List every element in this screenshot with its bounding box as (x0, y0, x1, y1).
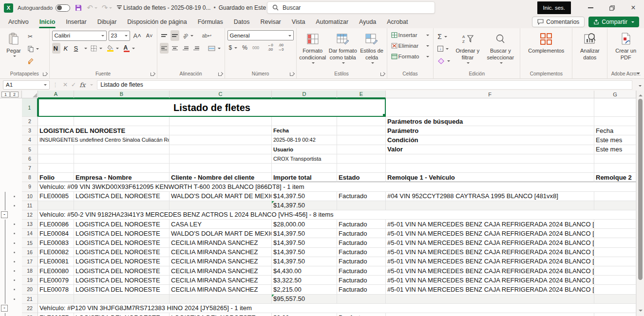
cell[interactable]: Facturado (337, 285, 386, 294)
cancel-icon[interactable]: ✕ (63, 81, 68, 88)
clear-button[interactable] (436, 56, 452, 66)
cell[interactable]: $14,397.50 (272, 201, 337, 210)
row-header-7[interactable]: 7 (22, 164, 38, 173)
tab-disposicion-de-pagina[interactable]: Disposición de página (122, 16, 192, 28)
cell[interactable]: Estado (337, 173, 386, 182)
cell[interactable]: FLE00077 (38, 313, 74, 316)
cell[interactable] (594, 229, 636, 238)
cell[interactable] (74, 201, 170, 210)
cell[interactable]: FLE00083 (38, 238, 74, 247)
autosum-button[interactable]: Σ (436, 31, 452, 42)
dialog-launcher-icon[interactable] (290, 72, 294, 76)
cell[interactable] (386, 313, 594, 316)
font-color-button[interactable]: A (122, 43, 136, 54)
cell[interactable]: Facturado (337, 220, 386, 229)
sort-filter-button[interactable]: AZ Ordenar y filtrar (454, 30, 482, 64)
cell[interactable] (38, 117, 74, 126)
cell[interactable]: Facturado (337, 248, 386, 257)
cell[interactable]: CASA LEY (170, 220, 272, 229)
cell[interactable]: Folio (38, 173, 74, 182)
cell[interactable] (594, 257, 636, 266)
format-painter-button[interactable] (26, 56, 40, 66)
cell[interactable] (337, 154, 386, 164)
cell[interactable]: FLE00079 (38, 276, 74, 285)
increase-decimal-button[interactable]: ←0.00 (266, 42, 275, 53)
cell[interactable]: CECILIA MIRANDA SANCHEZ (170, 257, 272, 266)
cell[interactable]: FLE00086 (38, 220, 74, 229)
vehicle-group-row[interactable]: Vehículo: #50-2 VIN 9182HA23i41Y3 MERCED… (38, 210, 636, 220)
cell-styles-button[interactable]: Estilos de celda (360, 30, 384, 64)
row-header-3[interactable]: 3 (22, 126, 38, 135)
cell[interactable]: Fecha (594, 126, 636, 135)
cell[interactable] (386, 154, 594, 164)
cell[interactable]: LOGISTICA DEL NOROESTE (74, 238, 170, 247)
formula-input[interactable]: Listado de fletes (97, 80, 632, 90)
percent-button[interactable]: % (241, 42, 249, 53)
row-header-21[interactable]: 21 (22, 295, 38, 304)
format-cells-button[interactable]: Formato (390, 52, 431, 61)
cell[interactable]: LOGISTICA DEL NOROESTE (74, 266, 170, 276)
cell[interactable]: WALDO'S DOLAR MART DE MEXICO (170, 229, 272, 238)
cell[interactable]: LOGISTICA DEL NOROESTE (74, 248, 170, 257)
tab-dibujar[interactable]: Dibujar (92, 16, 122, 28)
autosave-control[interactable]: Autoguardado (18, 4, 70, 12)
cell[interactable]: $14,397.50 (272, 238, 337, 247)
row-header-8[interactable]: 8 (22, 173, 38, 182)
cell[interactable]: #5-01 VIN NA MERCEDES BENZ CAJA REFRIGER… (386, 248, 594, 257)
cell[interactable] (594, 98, 636, 117)
orientation-button[interactable]: ab (181, 30, 195, 41)
cell[interactable]: #5-01 VIN NA MERCEDES BENZ CAJA REFRIGER… (386, 257, 594, 266)
cell[interactable]: 2025-08-19 00:42 (272, 135, 337, 145)
row-header-22[interactable]: 22 (22, 304, 38, 313)
document-title[interactable]: Listado de fletes - 2025-08-19 0... • Gu… (123, 0, 283, 16)
redo-button[interactable]: ↷ (102, 3, 113, 12)
autosave-toggle[interactable] (56, 4, 70, 12)
cell[interactable]: LOGISTICA DEL NOROESTE (74, 229, 170, 238)
align-top-button[interactable] (160, 30, 169, 41)
cell[interactable] (337, 117, 386, 126)
cell[interactable]: Facturado (337, 238, 386, 247)
cell[interactable]: Usuario (272, 145, 337, 154)
create-pdf-button[interactable]: Crear un PDF (612, 30, 640, 61)
cell[interactable]: Condición (386, 135, 594, 145)
cell[interactable]: $4,430.00 (272, 266, 337, 276)
dialog-launcher-icon[interactable] (380, 72, 385, 76)
cell[interactable]: #5-01 VIN NA MERCEDES BENZ CAJA REFRIGER… (386, 238, 594, 247)
tab-datos[interactable]: Datos (228, 16, 255, 28)
find-select-button[interactable]: Buscar y seleccionar (483, 30, 517, 64)
cell[interactable] (272, 117, 337, 126)
cell[interactable]: Parámetros de búsqueda (386, 117, 594, 126)
cell[interactable]: #5-01 VIN NA MERCEDES BENZ CAJA REFRIGER… (386, 276, 594, 285)
cell[interactable] (337, 145, 386, 154)
cell[interactable] (74, 145, 170, 154)
cell[interactable]: $14,397.50 (272, 229, 337, 238)
cell[interactable] (337, 126, 386, 135)
addins-button[interactable]: Complementos (523, 30, 569, 55)
name-box[interactable]: A1 (3, 80, 50, 90)
cell[interactable] (594, 248, 636, 257)
cell[interactable]: INSURGENTES undefined Centro Sinaloa Cul… (38, 135, 170, 145)
cell[interactable] (170, 145, 272, 154)
tab-archivo[interactable]: Archivo (3, 16, 34, 28)
borders-button[interactable] (89, 43, 104, 54)
scrollbar-thumb[interactable] (638, 99, 643, 280)
cell[interactable]: Fecha (272, 126, 337, 135)
row-header-4[interactable]: 4 (22, 135, 38, 145)
cell[interactable] (337, 135, 386, 145)
cell[interactable]: LOGISTICA DEL NOROESTE (74, 257, 170, 266)
row-header-1[interactable]: 1 (22, 98, 38, 117)
cell[interactable] (594, 154, 636, 164)
cell[interactable]: LOGISTICA DEL NOROESTE (74, 220, 170, 229)
cell[interactable]: WALDO'S DOLAR MART DE MEXICO (170, 192, 272, 201)
tab-inicio[interactable]: Inicio (34, 16, 61, 28)
cell[interactable]: Facturado (337, 266, 386, 276)
fill-button[interactable]: ↓ (436, 43, 452, 54)
align-left-button[interactable] (160, 43, 169, 54)
outline-collapse-button[interactable]: - (1, 211, 8, 218)
search-box[interactable]: Buscar (267, 1, 435, 14)
undo-button[interactable]: ↶ (87, 3, 97, 12)
cell[interactable] (594, 192, 636, 201)
align-middle-button[interactable] (170, 30, 179, 41)
column-header-e[interactable]: E (337, 91, 386, 98)
row-header-16[interactable]: 16 (22, 248, 38, 257)
